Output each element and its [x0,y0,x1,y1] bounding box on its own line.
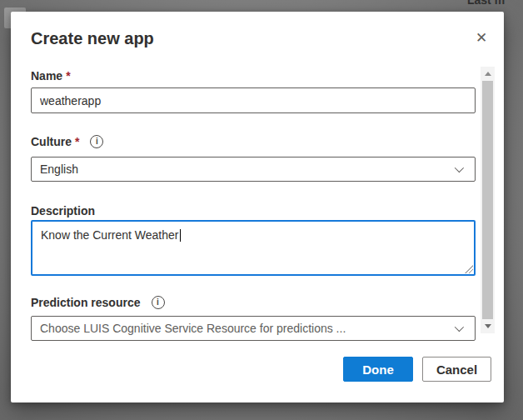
cancel-button[interactable]: Cancel [422,357,491,382]
triangle-up-icon [485,72,491,76]
description-textarea[interactable]: Know the Current Weather [31,220,476,276]
chevron-down-icon [455,163,464,172]
create-new-app-dialog: Create new app ✕ Name * Culture * i Engl… [11,12,504,402]
scroll-up-button[interactable] [481,67,495,81]
scroll-down-button[interactable] [481,319,495,333]
required-asterisk: * [75,135,79,148]
close-icon[interactable]: ✕ [474,30,489,45]
chevron-down-icon [455,322,464,332]
prediction-resource-label: Prediction resource i [31,296,165,309]
done-button[interactable]: Done [343,357,413,382]
prediction-resource-placeholder: Choose LUIS Cognitive Service Resource f… [40,322,346,335]
name-input[interactable] [31,88,476,113]
description-label: Description [31,204,95,218]
dialog-scrollbar[interactable] [481,67,495,333]
resize-grip-icon[interactable] [465,265,473,273]
required-asterisk: * [66,69,70,82]
triangle-down-icon [485,324,491,328]
prediction-resource-dropdown[interactable]: Choose LUIS Cognitive Service Resource f… [31,316,476,341]
culture-selected-value: English [40,162,78,176]
background-clipped-text: Last m [467,0,505,7]
description-text: Know the Current Weather [41,228,179,242]
info-icon[interactable]: i [90,135,103,148]
culture-label-text: Culture [31,135,72,148]
culture-label: Culture * i [31,135,103,148]
culture-dropdown[interactable]: English [31,157,476,182]
scrollbar-thumb[interactable] [482,81,493,319]
name-label-text: Name [31,69,62,82]
info-icon[interactable]: i [152,296,165,309]
prediction-resource-label-text: Prediction resource [31,296,141,309]
text-cursor [180,229,181,242]
description-label-text: Description [31,204,95,218]
name-label: Name * [31,69,71,82]
dialog-title: Create new app [31,29,154,48]
